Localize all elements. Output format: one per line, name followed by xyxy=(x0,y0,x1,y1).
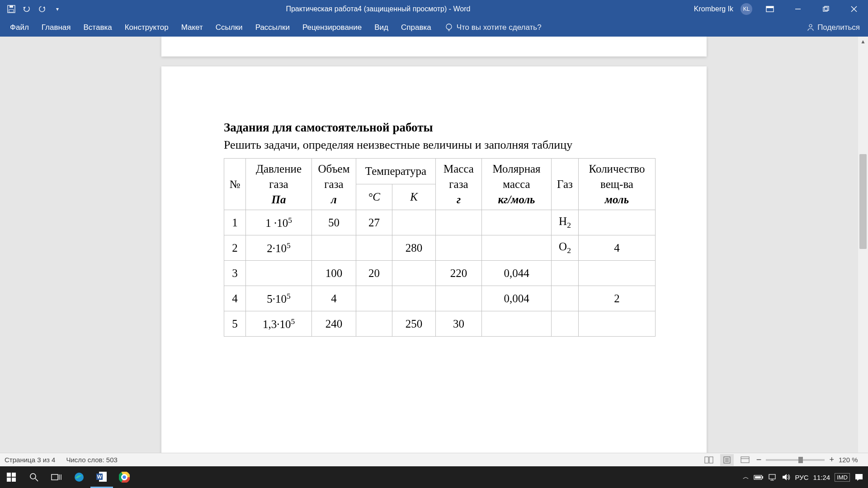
col-temp-c: °С xyxy=(356,184,392,210)
redo-icon[interactable] xyxy=(37,4,47,14)
tab-design[interactable]: Конструктор xyxy=(118,18,175,37)
window-title: Практическая работа4 (защищенный просмот… xyxy=(62,5,694,13)
language-indicator[interactable]: РУС xyxy=(795,474,809,481)
tab-insert[interactable]: Вставка xyxy=(77,18,118,37)
svg-rect-43 xyxy=(755,476,761,479)
cell-mass xyxy=(436,286,482,311)
page-indicator[interactable]: Страница 3 из 4 xyxy=(5,456,55,464)
search-icon[interactable] xyxy=(23,466,45,488)
tab-help[interactable]: Справка xyxy=(395,18,438,37)
tellme-label: Что вы хотите сделать? xyxy=(457,23,542,32)
cell-mass xyxy=(436,210,482,235)
doc-subheading: Решить задачи, определяя неизвестные вел… xyxy=(224,138,679,152)
username[interactable]: Kromberg Ik xyxy=(694,5,733,13)
ribbon-display-icon[interactable] xyxy=(760,0,780,18)
cell-num: 2 xyxy=(224,235,246,261)
cell-pressure: 1 ·105 xyxy=(246,210,312,235)
doc-heading: Задания для самостоятельной работы xyxy=(224,121,679,135)
cell-mass: 220 xyxy=(436,261,482,286)
cell-mass xyxy=(436,235,482,261)
start-button[interactable] xyxy=(0,466,23,488)
cell-temp-k: 280 xyxy=(392,235,436,261)
view-read-icon[interactable] xyxy=(702,454,716,466)
tab-view[interactable]: Вид xyxy=(368,18,395,37)
task-view-icon[interactable] xyxy=(45,466,68,488)
cell-pressure: 5·105 xyxy=(246,286,312,311)
data-table: № Давление газа Па Объем газа л Температ… xyxy=(224,158,656,337)
statusbar: Страница 3 из 4 Число слов: 503 − + 120 … xyxy=(0,453,868,466)
zoom-in-button[interactable]: + xyxy=(829,455,834,465)
cell-gas xyxy=(552,311,579,337)
tellme-search[interactable]: Что вы хотите сделать? xyxy=(445,23,542,32)
tab-layout[interactable]: Макет xyxy=(175,18,209,37)
cell-temp-c: 20 xyxy=(356,261,392,286)
tab-file[interactable]: Файл xyxy=(4,18,35,37)
document-area[interactable]: Задания для самостоятельной работы Решит… xyxy=(0,37,868,472)
svg-point-27 xyxy=(30,474,36,479)
cell-amount: 4 xyxy=(579,235,656,261)
word-icon[interactable]: W xyxy=(90,466,113,488)
svg-rect-5 xyxy=(766,6,774,8)
ribbon-tabs: Файл Главная Вставка Конструктор Макет С… xyxy=(0,18,868,37)
network-icon[interactable] xyxy=(768,474,777,481)
tab-references[interactable]: Ссылки xyxy=(209,18,249,37)
cell-temp-k xyxy=(392,261,436,286)
cell-num: 5 xyxy=(224,311,246,337)
clock[interactable]: 11:24 xyxy=(813,474,830,481)
cell-gas xyxy=(552,286,579,311)
view-web-icon[interactable] xyxy=(738,454,752,466)
word-count[interactable]: Число слов: 503 xyxy=(66,456,117,464)
cell-temp-k xyxy=(392,210,436,235)
table-row: 45·10540,0042 xyxy=(224,286,656,311)
cell-amount: 2 xyxy=(579,286,656,311)
cell-gas: O2 xyxy=(552,235,579,261)
share-button[interactable]: Поделиться xyxy=(807,23,860,32)
svg-point-11 xyxy=(446,24,452,29)
zoom-slider-thumb[interactable] xyxy=(798,457,803,463)
cell-volume: 4 xyxy=(312,286,356,311)
scroll-thumb[interactable] xyxy=(859,154,867,249)
svg-text:W: W xyxy=(97,474,102,479)
zoom-slider[interactable] xyxy=(766,459,825,461)
edge-icon[interactable] xyxy=(68,466,90,488)
tab-home[interactable]: Главная xyxy=(35,18,77,37)
action-center-icon[interactable] xyxy=(854,473,863,481)
save-icon[interactable] xyxy=(6,4,16,14)
scroll-up-arrow[interactable]: ▲ xyxy=(858,37,868,47)
vertical-scrollbar[interactable]: ▲ ▼ xyxy=(858,37,868,472)
previous-page-slice xyxy=(161,37,707,56)
svg-rect-2 xyxy=(9,9,14,12)
ime-icon[interactable]: IMD xyxy=(835,473,850,482)
volume-icon[interactable] xyxy=(782,473,791,481)
share-icon xyxy=(807,23,815,32)
cell-temp-c xyxy=(356,235,392,261)
cell-volume xyxy=(312,235,356,261)
svg-rect-25 xyxy=(7,478,11,482)
view-print-icon[interactable] xyxy=(720,454,734,466)
zoom-level[interactable]: 120 % xyxy=(839,456,863,464)
svg-rect-44 xyxy=(762,476,763,479)
zoom-out-button[interactable]: − xyxy=(756,455,762,465)
tray-chevron-icon[interactable]: ︿ xyxy=(743,473,749,481)
cell-temp-c: 27 xyxy=(356,210,392,235)
user-avatar[interactable]: KL xyxy=(741,3,752,15)
minimize-button[interactable] xyxy=(788,0,808,18)
quick-access-toolbar: ▾ xyxy=(0,4,62,14)
col-molar: Молярная масса кг/моль xyxy=(482,159,552,210)
svg-rect-15 xyxy=(705,457,708,463)
qat-customize-icon[interactable]: ▾ xyxy=(52,4,62,14)
titlebar: ▾ Практическая работа4 (защищенный просм… xyxy=(0,0,868,18)
close-button[interactable] xyxy=(844,0,864,18)
document-page: Задания для самостоятельной работы Решит… xyxy=(161,66,707,472)
cell-temp-c xyxy=(356,311,392,337)
svg-rect-16 xyxy=(709,457,713,463)
chrome-icon[interactable] xyxy=(113,466,136,488)
battery-icon[interactable] xyxy=(754,474,764,480)
undo-icon[interactable] xyxy=(22,4,32,14)
taskbar: W ︿ РУС 11:24 IMD xyxy=(0,466,868,488)
tab-mailings[interactable]: Рассылки xyxy=(249,18,296,37)
maximize-button[interactable] xyxy=(816,0,836,18)
col-amount: Количество вещ-ва моль xyxy=(579,159,656,210)
table-row: 51,3·10524025030 xyxy=(224,311,656,337)
tab-review[interactable]: Рецензирование xyxy=(296,18,368,37)
